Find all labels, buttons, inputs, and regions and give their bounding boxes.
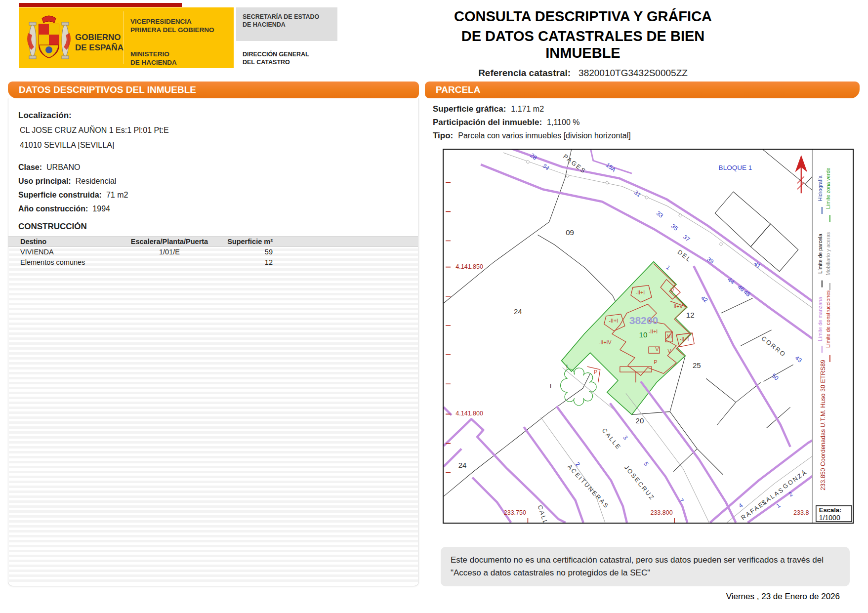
map-label: 4.141.850 (455, 263, 483, 270)
map-label: -II+I (636, 289, 645, 295)
disclaimer-box: Este documento no es una certificación c… (441, 547, 850, 586)
uso-value: Residencial (76, 177, 117, 185)
map-label: 24 (514, 307, 522, 316)
map-label: CORRO (760, 335, 787, 358)
field-participacion: Participación del inmueble:1,1100 % (433, 118, 579, 127)
cadastral-certificate-page: GOBIERNO DE ESPAÑA VICEPRESIDENCIA PRIME… (0, 0, 868, 613)
map-label: 4.141.800 (455, 410, 483, 417)
right-panel-header: PARCELA (425, 82, 860, 98)
participacion-value: 1,1100 % (547, 118, 579, 126)
map-label: 1 (665, 264, 672, 271)
superficie-value: 71 m2 (106, 191, 128, 199)
col-destino: Destino (20, 237, 46, 246)
map-label: 50 (770, 372, 780, 381)
logo-divider (124, 11, 124, 64)
map-label: 39 (705, 256, 715, 265)
map-label: 233.800 (650, 509, 672, 516)
vicepresidencia-text: VICEPRESIDENCIA PRIMERA DEL GOBIERNO (130, 17, 214, 34)
logo-red-strip (19, 3, 182, 7)
map-label: 43 (794, 354, 803, 364)
escala-value: 1/1000 (819, 514, 840, 522)
referencia-value: 3820010TG3432S0005ZZ (579, 68, 688, 78)
map-label: CALLE (537, 504, 551, 523)
map-frame: 233.850 Coordenadas U.T.M. Huso 30 ETRS8… (443, 149, 854, 524)
gobierno-text: GOBIERNO DE ESPAÑA (75, 32, 124, 53)
construccion-table: Destino Escalera/Planta/Puerta Superfici… (8, 236, 418, 268)
map-label: 38200 (629, 315, 659, 326)
map-label: 233.750 (504, 509, 526, 516)
direccion-general-text: DIRECCIÓN GENERAL DEL CATASTRO (243, 50, 309, 66)
empty-rows-stripes (9, 246, 418, 584)
map-label: 12 (686, 311, 695, 319)
address-line1: CL JOSE CRUZ AUÑON 1 Es:1 Pl:01 Pt:E (20, 126, 169, 135)
legend-item: Hidrografía (817, 175, 823, 201)
map-label: 1 (775, 502, 782, 509)
map-label: -II+I (680, 336, 689, 342)
table-row: Elementos comunes 12 (8, 257, 418, 268)
map-label: 09 (566, 228, 574, 237)
localizacion-label: Localización: (18, 111, 72, 121)
right-panel-title: PARCELA (436, 84, 480, 95)
participacion-label: Participación del inmueble: (433, 118, 542, 127)
utm-coords-note: 233.850 Coordenadas U.T.M. Huso 30 ETRS8… (820, 360, 827, 490)
map-label: 33 (655, 210, 664, 219)
anio-value: 1994 (92, 204, 110, 213)
address-line2: 41010 SEVILLA [SEVILLA] (20, 141, 114, 150)
field-anio: Año construcción:1994 (18, 204, 110, 213)
map-label: -II+I (609, 318, 618, 324)
map-label: CRUZ (636, 481, 656, 502)
row1-superficie: 59 (216, 247, 273, 257)
legend-item: Límite zona verde (825, 167, 831, 209)
row1-escalera: 1/01/E (120, 247, 219, 257)
map-label: 28 (529, 152, 538, 161)
col-escalera: Escalera/Planta/Puerta (120, 237, 219, 246)
map-label: -II+IV (599, 339, 611, 345)
legend-item: Mobiliario y aceras (825, 232, 831, 276)
uso-label: Uso principal: (18, 177, 71, 185)
map-label: 3 (621, 434, 629, 441)
gobierno-logo-block: GOBIERNO DE ESPAÑA VICEPRESIDENCIA PRIME… (19, 7, 234, 68)
field-uso: Uso principal:Residencial (18, 177, 116, 186)
map-label: I (550, 383, 551, 389)
document-title-line2: DE DATOS CATASTRALES DE BIEN INMUEBLE (422, 28, 744, 61)
construccion-title: CONSTRUCCIÓN (18, 222, 87, 232)
map-label: CALLE (601, 427, 622, 451)
legend-item: Límite de construcciones (825, 290, 831, 348)
north-arrow-icon (796, 157, 806, 193)
map-label: JOSE (623, 464, 642, 485)
map-label: BLOQUE 1 (719, 164, 752, 171)
row1-destino: VIVIENDA (20, 247, 54, 257)
field-superficie: Superficie construida:71 m2 (18, 191, 128, 200)
left-panel-title: DATOS DESCRIPTIVOS DEL INMUEBLE (19, 84, 196, 95)
row2-destino: Elementos comunes (20, 257, 85, 268)
map-label: 24 (458, 461, 467, 469)
left-panel-header: DATOS DESCRIPTIVOS DEL INMUEBLE (8, 82, 419, 98)
referencia-label: Referencia catastral: (478, 68, 571, 78)
map-label: 35 (670, 223, 679, 232)
superficie-grafica-value: 1.171 m2 (511, 105, 544, 113)
table-header-row: Destino Escalera/Planta/Puerta Superfici… (8, 236, 418, 247)
map-label: 20 (636, 416, 644, 425)
legend-item: Límite de parcela (817, 234, 823, 274)
map-label: P (594, 369, 597, 375)
map-label: 15A (605, 162, 617, 173)
map-label: PAGES (562, 153, 587, 175)
map-label: 10 (639, 330, 648, 339)
ministerio-text: MINISTERIO DE HACIENDA (130, 50, 177, 67)
map-label: 4 (737, 502, 744, 509)
map-label: 233.8 (793, 509, 809, 516)
map-label: VI (667, 333, 672, 339)
map-label: 41 (752, 260, 762, 270)
map-label: V (668, 348, 671, 354)
map-label: -II+V (672, 303, 683, 309)
map-label: V (671, 287, 674, 293)
escala-label: Escala: (819, 506, 842, 514)
spain-coat-of-arms-icon (26, 13, 72, 63)
map-label: 31 (633, 189, 642, 198)
table-row: VIVIENDA 1/01/E 59 (8, 247, 418, 257)
clase-label: Clase: (18, 163, 42, 171)
map-label: 34 (541, 162, 550, 171)
referencia-catastral-row: Referencia catastral:3820010TG3432S0005Z… (422, 68, 744, 79)
tipo-label: Tipo: (433, 131, 453, 140)
map-label: 25 (693, 361, 701, 369)
